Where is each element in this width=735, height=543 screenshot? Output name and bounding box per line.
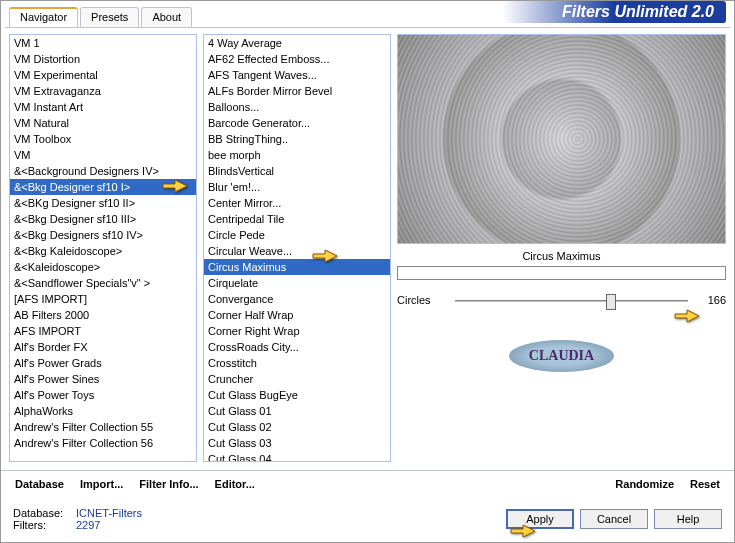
filter-item[interactable]: Circular Weave... <box>204 243 390 259</box>
filter-item[interactable]: Barcode Generator... <box>204 115 390 131</box>
category-item[interactable]: &<Bkg Kaleidoscope> <box>10 243 196 259</box>
filter-item[interactable]: Corner Right Wrap <box>204 323 390 339</box>
category-item[interactable]: Alf's Power Toys <box>10 387 196 403</box>
reset-button[interactable]: Reset <box>684 475 726 493</box>
category-item[interactable]: VM Extravaganza <box>10 83 196 99</box>
category-item[interactable]: AlphaWorks <box>10 403 196 419</box>
help-button[interactable]: Help <box>654 509 722 529</box>
filter-item[interactable]: Cirquelate <box>204 275 390 291</box>
filter-item[interactable]: Cut Glass 03 <box>204 435 390 451</box>
filter-item[interactable]: Blur 'em!... <box>204 179 390 195</box>
filter-info-button[interactable]: Filter Info... <box>133 475 204 493</box>
footer-info: Database:ICNET-Filters Filters:2297 <box>13 507 500 531</box>
category-item[interactable]: &<Background Designers IV> <box>10 163 196 179</box>
import-button[interactable]: Import... <box>74 475 129 493</box>
filter-item[interactable]: Cruncher <box>204 371 390 387</box>
filter-item[interactable]: Balloons... <box>204 99 390 115</box>
filter-item[interactable]: AF62 Effected Emboss... <box>204 51 390 67</box>
category-list[interactable]: VM 1VM DistortionVM ExperimentalVM Extra… <box>9 34 197 462</box>
category-item[interactable]: VM Experimental <box>10 67 196 83</box>
category-item[interactable]: AB Filters 2000 <box>10 307 196 323</box>
tab-about[interactable]: About <box>141 7 192 27</box>
preview-image <box>397 34 726 244</box>
database-button[interactable]: Database <box>9 475 70 493</box>
category-item[interactable]: VM Instant Art <box>10 99 196 115</box>
slider-label: Circles <box>397 294 447 306</box>
category-item[interactable]: Andrew's Filter Collection 55 <box>10 419 196 435</box>
category-item[interactable]: [AFS IMPORT] <box>10 291 196 307</box>
filter-item[interactable]: Crosstitch <box>204 355 390 371</box>
progress-bar <box>397 266 726 280</box>
circles-slider[interactable] <box>455 290 688 310</box>
watermark: CLAUDIA <box>397 340 726 372</box>
category-item[interactable]: Alf's Border FX <box>10 339 196 355</box>
filter-item[interactable]: Convergance <box>204 291 390 307</box>
apply-button[interactable]: Apply <box>506 509 574 529</box>
category-item[interactable]: &<Bkg Designers sf10 IV> <box>10 227 196 243</box>
slider-value: 166 <box>696 294 726 306</box>
category-item[interactable]: &<Bkg Designer sf10 I> <box>10 179 196 195</box>
category-item[interactable]: VM Toolbox <box>10 131 196 147</box>
category-item[interactable]: Andrew's Filter Collection 56 <box>10 435 196 451</box>
filter-item[interactable]: Cut Glass 02 <box>204 419 390 435</box>
app-title: Filters Unlimited 2.0 <box>502 1 726 23</box>
filter-item[interactable]: CrossRoads City... <box>204 339 390 355</box>
category-item[interactable]: AFS IMPORT <box>10 323 196 339</box>
filter-item[interactable]: bee morph <box>204 147 390 163</box>
category-item[interactable]: VM 1 <box>10 35 196 51</box>
category-item[interactable]: VM Distortion <box>10 51 196 67</box>
filter-item[interactable]: 4 Way Average <box>204 35 390 51</box>
filter-item[interactable]: Cut Glass BugEye <box>204 387 390 403</box>
category-item[interactable]: Alf's Power Grads <box>10 355 196 371</box>
category-item[interactable]: &<BKg Designer sf10 II> <box>10 195 196 211</box>
filter-item[interactable]: Corner Half Wrap <box>204 307 390 323</box>
category-item[interactable]: &<Kaleidoscope> <box>10 259 196 275</box>
filter-list[interactable]: 4 Way AverageAF62 Effected Emboss...AFS … <box>203 34 391 462</box>
filter-item[interactable]: Cut Glass 04 <box>204 451 390 461</box>
category-item[interactable]: VM <box>10 147 196 163</box>
filter-item[interactable]: Circle Pede <box>204 227 390 243</box>
tab-presets[interactable]: Presets <box>80 7 139 27</box>
filter-item[interactable]: AFS Tangent Waves... <box>204 67 390 83</box>
filter-item[interactable]: Centripedal Tile <box>204 211 390 227</box>
tab-navigator[interactable]: Navigator <box>9 7 78 27</box>
category-item[interactable]: &<Bkg Designer sf10 III> <box>10 211 196 227</box>
filter-item[interactable]: Center Mirror... <box>204 195 390 211</box>
filter-item[interactable]: Cut Glass 01 <box>204 403 390 419</box>
editor-button[interactable]: Editor... <box>209 475 261 493</box>
category-item[interactable]: VM Natural <box>10 115 196 131</box>
tab-bar: Navigator Presets About <box>9 7 194 27</box>
category-item[interactable]: &<Sandflower Specials"v" > <box>10 275 196 291</box>
filter-item[interactable]: Circus Maximus <box>204 259 390 275</box>
preview-label: Circus Maximus <box>397 244 726 264</box>
cancel-button[interactable]: Cancel <box>580 509 648 529</box>
randomize-button[interactable]: Randomize <box>609 475 680 493</box>
category-item[interactable]: Alf's Power Sines <box>10 371 196 387</box>
filter-item[interactable]: BB StringThing.. <box>204 131 390 147</box>
filter-item[interactable]: ALFs Border Mirror Bevel <box>204 83 390 99</box>
filter-item[interactable]: BlindsVertical <box>204 163 390 179</box>
